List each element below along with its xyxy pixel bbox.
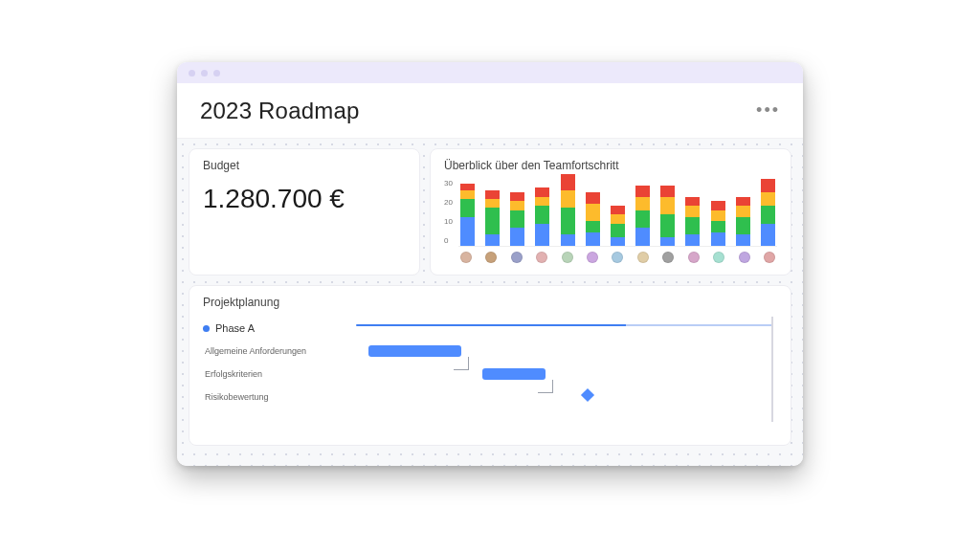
chart-bar-segment [535, 187, 549, 196]
chart-bar-segment [660, 197, 675, 215]
chart-bar-segment [485, 199, 500, 208]
chart-bar-segment [485, 208, 500, 234]
chart-bar-segment [535, 224, 549, 246]
chart-bar-segment [761, 224, 775, 246]
chart-bar [711, 201, 725, 246]
chart-y-axis: 30 20 10 0 [444, 180, 453, 247]
chart-bar-segment [611, 206, 625, 214]
chart-bar-segment [736, 217, 750, 235]
chart-bar-segment [460, 217, 475, 246]
page-header: 2023 Roadmap ••• [177, 83, 803, 139]
budget-card[interactable]: Budget 1.280.700 € [189, 148, 420, 276]
chart-bar-segment [736, 234, 750, 246]
chart-bar-segment [685, 197, 700, 206]
chart-bar-segment [460, 184, 475, 190]
page-title: 2023 Roadmap [200, 98, 360, 124]
chart-bar-segment [761, 206, 775, 224]
chart-bar [635, 186, 650, 246]
chart-bar-segment [611, 214, 625, 223]
member-avatar[interactable] [713, 252, 724, 263]
ytick: 10 [444, 218, 453, 226]
member-avatar[interactable] [688, 252, 700, 263]
ytick: 30 [444, 180, 453, 187]
chart-bar-segment [535, 206, 549, 224]
task-list: Phase A Allgemeine Anforderungen Erfolgs… [203, 317, 346, 422]
chart-bar-segment [660, 214, 675, 236]
chart-bar-segment [561, 234, 575, 246]
task-label: Risikobewertung [205, 392, 269, 402]
member-avatar[interactable] [739, 252, 750, 263]
chart-bar-segment [611, 224, 625, 237]
chart-bar-segment [586, 232, 600, 246]
member-avatar[interactable] [485, 252, 497, 263]
chart-bar-segment [711, 221, 725, 232]
chart-bar [761, 179, 775, 246]
app-window: 2023 Roadmap ••• Budget 1.280.700 € Über… [177, 62, 803, 466]
member-avatar[interactable] [536, 252, 547, 263]
member-avatar[interactable] [460, 252, 472, 263]
member-avatar[interactable] [587, 252, 598, 263]
task-label: Erfolgskriterien [205, 369, 262, 379]
member-avatar[interactable] [637, 252, 649, 263]
task-row[interactable]: Allgemeine Anforderungen [203, 340, 346, 363]
chart-bar-segment [685, 206, 700, 217]
chart-bar-segment [685, 234, 700, 246]
window-control-dot[interactable] [201, 70, 208, 77]
chart-bar-segment [485, 234, 500, 246]
chart-bar-segment [711, 210, 725, 222]
gantt-milestone[interactable] [581, 388, 594, 402]
chart-bar-segment [611, 237, 625, 246]
chart-bar-segment [460, 190, 475, 199]
member-avatar[interactable] [562, 252, 573, 263]
gantt-bar[interactable] [482, 368, 546, 380]
gantt-end-marker [771, 317, 773, 422]
project-planning-title: Projektplanung [203, 296, 777, 309]
task-row[interactable]: Risikobewertung [203, 386, 346, 408]
chart-bar [510, 192, 524, 246]
team-progress-card[interactable]: Überblick über den Teamfortschritt 30 20… [430, 148, 791, 276]
dashboard-body: Budget 1.280.700 € Überblick über den Te… [177, 139, 803, 466]
chart-bar-segment [736, 197, 750, 206]
chart-bar [611, 206, 625, 246]
chart-bar-segment [561, 190, 575, 209]
window-control-dot[interactable] [213, 70, 220, 77]
budget-value: 1.280.700 € [203, 184, 406, 214]
team-progress-title: Überblick über den Teamfortschritt [444, 159, 777, 172]
task-label: Allgemeine Anforderungen [205, 346, 306, 356]
phase-row[interactable]: Phase A [203, 317, 346, 340]
chart-bar [485, 190, 500, 246]
chart-bar-segment [586, 221, 600, 232]
gantt-connector [454, 357, 469, 370]
chart-bar-segment [660, 186, 675, 197]
chart-bar-segment [635, 186, 650, 197]
ytick: 0 [444, 237, 453, 245]
member-avatar[interactable] [764, 252, 775, 263]
chart-bar-segment [660, 237, 675, 246]
chart-bar-segment [510, 228, 524, 246]
chart-bar-segment [586, 204, 600, 222]
chart-bar [535, 187, 549, 246]
chart-bar-segment [736, 206, 750, 217]
chart-bar-segment [635, 228, 650, 246]
phase-label: Phase A [215, 322, 255, 334]
phase-dot-icon [203, 325, 210, 332]
member-avatar[interactable] [662, 252, 674, 263]
chart-bar-segment [510, 201, 524, 209]
window-titlebar [177, 62, 803, 83]
chart-bars [458, 180, 777, 247]
member-avatar[interactable] [511, 252, 523, 263]
more-options-icon[interactable]: ••• [756, 100, 780, 121]
task-row[interactable]: Erfolgskriterien [203, 363, 346, 386]
budget-card-title: Budget [203, 159, 406, 172]
chart-bar-segment [711, 232, 725, 246]
chart-bar-segment [561, 208, 575, 234]
chart-bar [660, 186, 675, 246]
chart-bar-segment [460, 199, 475, 217]
chart-bar [586, 192, 600, 246]
window-control-dot[interactable] [189, 70, 195, 77]
chart-bar [685, 197, 700, 246]
chart-x-avatars [458, 252, 777, 263]
member-avatar[interactable] [612, 252, 623, 263]
project-planning-card[interactable]: Projektplanung Phase A Allgemeine Anford… [189, 285, 791, 446]
gantt-bar[interactable] [368, 345, 461, 357]
